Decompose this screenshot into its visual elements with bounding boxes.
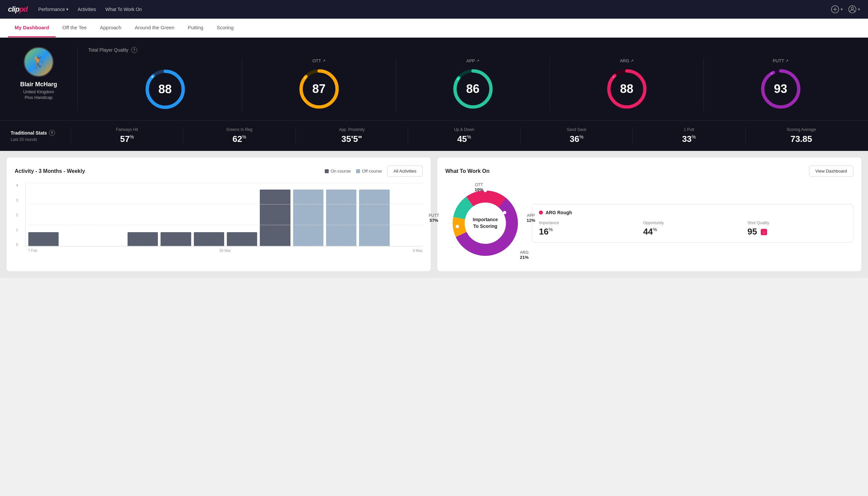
info-card-title: ARG Rough bbox=[539, 210, 846, 215]
off-course-legend: Off course bbox=[356, 169, 382, 173]
score-putt: PUTT ↗ 93 bbox=[704, 58, 857, 111]
bar-chart: 0 1 2 3 4 7 Feb 28 Mar 9 May bbox=[15, 183, 423, 257]
tab-my-dashboard[interactable]: My Dashboard bbox=[8, 19, 56, 37]
all-activities-button[interactable]: All Activities bbox=[387, 166, 423, 176]
bar bbox=[128, 232, 158, 247]
tab-scoring[interactable]: Scoring bbox=[210, 19, 240, 37]
stat-scoring-average: Scoring Average 73.85 bbox=[745, 127, 857, 144]
bar bbox=[194, 232, 224, 247]
bar bbox=[326, 189, 357, 246]
dot-red-icon bbox=[539, 211, 543, 215]
off-course-dot bbox=[356, 169, 360, 173]
stat-1-putt: 1 Putt 33% bbox=[632, 127, 745, 144]
svg-point-23 bbox=[503, 211, 506, 214]
shot-quality-metric: Shot Quality 95 ↓ bbox=[747, 220, 846, 237]
scores-title: Total Player Quality ? bbox=[88, 47, 857, 53]
avatar: 🏌️ bbox=[23, 47, 53, 77]
tab-around-the-green[interactable]: Around the Green bbox=[128, 19, 181, 37]
bar bbox=[227, 232, 257, 247]
player-country: United Kingdom bbox=[23, 89, 54, 94]
chart-title: Activity - 3 Months - Weekly bbox=[15, 168, 319, 174]
bar-group bbox=[359, 189, 389, 246]
player-info: 🏌️ Blair McHarg United Kingdom Plus Hand… bbox=[11, 47, 77, 111]
bar-group bbox=[326, 189, 357, 246]
arg-rough-info-card: ARG Rough Importance 16% Opportunity 44% bbox=[532, 204, 853, 243]
logo[interactable]: clippd bbox=[8, 5, 28, 14]
hero-section: 🏌️ Blair McHarg United Kingdom Plus Hand… bbox=[0, 37, 868, 120]
tab-off-the-tee[interactable]: Off the Tee bbox=[56, 19, 93, 37]
svg-point-25 bbox=[456, 225, 459, 228]
chart-header: Activity - 3 Months - Weekly On course O… bbox=[15, 166, 423, 176]
trad-stats-title: Traditional Stats ? bbox=[11, 130, 70, 136]
tab-putting[interactable]: Putting bbox=[181, 19, 210, 37]
nav-links: Performance ▾ Activities What To Work On bbox=[38, 7, 142, 12]
on-course-legend: On course bbox=[325, 169, 351, 173]
nav-what-to-work-on[interactable]: What To Work On bbox=[105, 7, 142, 12]
score-overall: 88 bbox=[88, 58, 242, 111]
bar-chart-inner bbox=[25, 183, 423, 247]
svg-point-2 bbox=[851, 7, 854, 10]
traditional-stats-section: Traditional Stats ? Last 20 rounds Fairw… bbox=[0, 120, 868, 151]
arrow-up-icon: ↗ bbox=[322, 59, 326, 63]
y-axis-labels: 0 1 2 3 4 bbox=[16, 183, 18, 247]
bar-group bbox=[260, 189, 290, 246]
chevron-down-icon: ▾ bbox=[858, 7, 860, 12]
bottom-section: Activity - 3 Months - Weekly On course O… bbox=[0, 151, 868, 278]
work-content: Importance To Scoring OTT10% APP12% ARG bbox=[445, 183, 853, 263]
bar-group bbox=[227, 232, 257, 247]
scores-section: Total Player Quality ? 88 OTT bbox=[77, 47, 857, 111]
tab-approach[interactable]: Approach bbox=[93, 19, 128, 37]
svg-point-22 bbox=[484, 189, 487, 192]
work-title: What To Work On bbox=[445, 168, 809, 174]
bar-group bbox=[160, 232, 191, 247]
chart-legend: On course Off course bbox=[325, 169, 382, 173]
opportunity-metric: Opportunity 44% bbox=[643, 220, 742, 237]
nav-activities[interactable]: Activities bbox=[78, 7, 96, 12]
view-dashboard-button[interactable]: View Dashboard bbox=[809, 166, 853, 176]
nav-right: ▾ ▾ bbox=[831, 5, 860, 14]
score-circles: 88 OTT ↗ 87 bbox=[88, 58, 857, 111]
stat-app-proximity: App. Proximity 35'5" bbox=[296, 127, 408, 144]
ott-label: OTT ↗ bbox=[312, 58, 326, 63]
bar bbox=[28, 232, 59, 247]
arg-circle: 88 bbox=[605, 67, 648, 111]
work-header: What To Work On View Dashboard bbox=[445, 166, 853, 176]
bar-group bbox=[194, 232, 224, 247]
bar bbox=[260, 189, 290, 246]
help-icon[interactable]: ? bbox=[49, 130, 55, 136]
stat-items: Fairways Hit 57% Greens In Reg 62% App. … bbox=[70, 127, 857, 144]
shot-quality-badge: ↓ bbox=[761, 229, 767, 235]
svg-point-24 bbox=[496, 233, 499, 236]
player-handicap: Plus Handicap bbox=[25, 95, 53, 100]
score-ott: OTT ↗ 87 bbox=[242, 58, 396, 111]
what-to-work-on-card: What To Work On View Dashboard bbox=[437, 158, 861, 271]
stat-up-and-down: Up & Down 45% bbox=[408, 127, 520, 144]
trad-stats-subtitle: Last 20 rounds bbox=[11, 137, 70, 142]
putt-circle: 93 bbox=[759, 67, 802, 111]
importance-metric: Importance 16% bbox=[539, 220, 638, 237]
chevron-down-icon: ▾ bbox=[841, 7, 843, 12]
donut-chart: Importance To Scoring OTT10% APP12% ARG bbox=[445, 183, 525, 263]
score-arg: ARG ↗ 88 bbox=[550, 58, 704, 111]
bar bbox=[293, 189, 323, 246]
bar bbox=[160, 232, 191, 247]
arrow-up-icon: ↗ bbox=[631, 59, 633, 63]
arg-label: ARG ↗ bbox=[620, 58, 633, 63]
player-name: Blair McHarg bbox=[20, 81, 57, 88]
user-menu[interactable]: ▾ bbox=[848, 5, 860, 14]
info-metrics: Importance 16% Opportunity 44% Shot Qual… bbox=[539, 220, 846, 237]
help-icon[interactable]: ? bbox=[131, 47, 137, 53]
score-app: APP ↗ 86 bbox=[396, 58, 550, 111]
stat-greens-in-reg: Greens In Reg 62% bbox=[183, 127, 295, 144]
app-circle: 86 bbox=[451, 67, 495, 111]
app-label: APP ↗ bbox=[466, 58, 479, 63]
add-button[interactable]: ▾ bbox=[831, 5, 843, 14]
bar bbox=[359, 189, 389, 246]
activity-chart-card: Activity - 3 Months - Weekly On course O… bbox=[7, 158, 431, 271]
tabs-bar: My Dashboard Off the Tee Approach Around… bbox=[0, 19, 868, 37]
nav-performance[interactable]: Performance ▾ bbox=[38, 7, 68, 12]
top-navigation: clippd Performance ▾ Activities What To … bbox=[0, 0, 868, 19]
bar-group bbox=[28, 232, 59, 247]
ott-circle: 87 bbox=[297, 67, 341, 111]
trad-stats-label: Traditional Stats ? Last 20 rounds bbox=[11, 130, 70, 142]
